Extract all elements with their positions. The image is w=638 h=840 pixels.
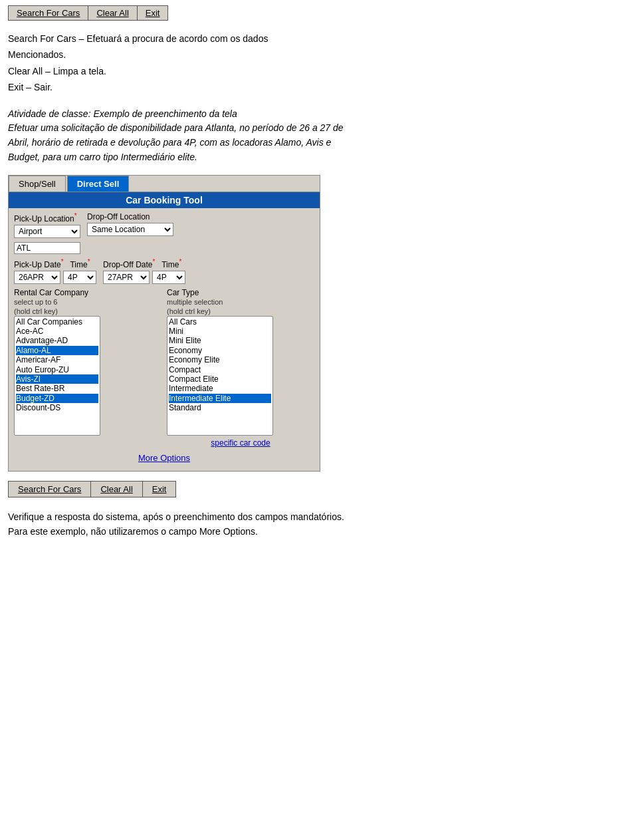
list-section: Rental Car Company select up to 6 (hold … bbox=[14, 288, 314, 447]
footer-line1: Verifique a resposta do sistema, após o … bbox=[8, 509, 630, 524]
tab-shop-sell[interactable]: Shop/Sell bbox=[9, 176, 66, 192]
footer-line2: Para este exemplo, não utilizaremos o ca… bbox=[8, 524, 630, 539]
exit-button[interactable]: Exit bbox=[137, 5, 169, 21]
activity-title: Atividade de classe: Exemplo de preenchi… bbox=[8, 107, 630, 122]
cartype-mini-elite: Mini Elite bbox=[169, 336, 271, 345]
company-budget: Budget-ZD bbox=[16, 394, 98, 403]
pickup-location-dropdown[interactable]: Airport bbox=[14, 225, 80, 238]
rental-company-sublabel2: (hold ctrl key) bbox=[14, 307, 161, 316]
location-row: Pick-Up Location* Airport Drop-Off Locat… bbox=[14, 212, 314, 238]
more-options-container: More Options bbox=[14, 453, 314, 463]
dropoff-location-label: Drop-Off Location bbox=[87, 212, 173, 221]
cartype-economy: Economy bbox=[169, 346, 271, 355]
cartype-mini: Mini bbox=[169, 327, 271, 336]
activity-line1: Efetuar uma solicitação de disponibilida… bbox=[8, 121, 630, 136]
booking-tool: Shop/Sell Direct Sell Car Booking Tool P… bbox=[8, 175, 320, 471]
booking-title: Car Booking Tool bbox=[9, 192, 320, 208]
company-autoeurop: Auto Europ-ZU bbox=[16, 365, 98, 374]
pickup-datetime-col: Pick-Up Date* Time* 26APR 4P bbox=[14, 258, 96, 284]
tab-direct-sell[interactable]: Direct Sell bbox=[67, 176, 130, 192]
tab-bar: Shop/Sell Direct Sell bbox=[9, 176, 320, 192]
cartype-compact-elite: Compact Elite bbox=[169, 374, 271, 384]
atl-row bbox=[14, 242, 314, 254]
dropoff-date-label: Drop-Off Date* Time* bbox=[103, 258, 185, 269]
company-advantage: Advantage-AD bbox=[16, 336, 98, 345]
cartype-standard: Standard bbox=[169, 403, 271, 412]
company-alamo: Alamo-AL bbox=[16, 346, 98, 355]
rental-company-sublabel1: select up to 6 bbox=[14, 298, 161, 307]
help-line1: Search For Cars – Efetuará a procura de … bbox=[8, 31, 630, 46]
pickup-date-label: Pick-Up Date* Time* bbox=[14, 258, 96, 269]
company-ace: Ace-AC bbox=[16, 327, 98, 336]
pickup-location-label: Pick-Up Location* bbox=[14, 212, 80, 223]
bottom-clear-button[interactable]: Clear All bbox=[90, 481, 142, 497]
pickup-date-dropdown[interactable]: 26APR bbox=[14, 271, 60, 284]
pickup-datetime-inputs: 26APR 4P bbox=[14, 271, 96, 284]
bottom-exit-button[interactable]: Exit bbox=[142, 481, 177, 497]
company-americar: Americar-AF bbox=[16, 355, 98, 364]
cartype-compact: Compact bbox=[169, 365, 271, 374]
rental-company-col: Rental Car Company select up to 6 (hold … bbox=[14, 288, 161, 447]
bottom-search-button[interactable]: Search For Cars bbox=[8, 481, 90, 497]
clear-all-button[interactable]: Clear All bbox=[88, 5, 136, 21]
cartype-all: All Cars bbox=[169, 317, 271, 327]
company-bestrate: Best Rate-BR bbox=[16, 384, 98, 393]
car-type-sublabel1: multiple selection bbox=[167, 298, 314, 307]
cartype-intermediate: Intermediate bbox=[169, 384, 271, 393]
bottom-toolbar: Search For Cars Clear All Exit bbox=[8, 481, 630, 497]
help-section: Search For Cars – Efetuará a procura de … bbox=[8, 31, 630, 95]
dropoff-location-col: Drop-Off Location Same Location bbox=[87, 212, 173, 236]
top-toolbar: Search For Cars Clear All Exit bbox=[8, 5, 630, 21]
help-line4: Exit – Sair. bbox=[8, 80, 630, 94]
activity-line2: Abril, horário de retirada e devolução p… bbox=[8, 136, 630, 150]
datetime-row: Pick-Up Date* Time* 26APR 4P Drop-Off Da… bbox=[14, 258, 314, 284]
car-type-label: Car Type bbox=[167, 288, 314, 297]
pickup-time-dropdown[interactable]: 4P bbox=[63, 271, 96, 284]
rental-company-label: Rental Car Company bbox=[14, 288, 161, 297]
company-avis: Avis-ZI bbox=[16, 374, 98, 384]
dropoff-datetime-col: Drop-Off Date* Time* 27APR 4P bbox=[103, 258, 185, 284]
cartype-intermediate-elite: Intermediate Elite bbox=[169, 394, 271, 403]
atl-input[interactable] bbox=[14, 242, 80, 254]
dropoff-location-dropdown[interactable]: Same Location bbox=[87, 223, 173, 236]
dropoff-date-dropdown[interactable]: 27APR bbox=[103, 271, 150, 284]
activity-line3: Budget, para um carro tipo Intermediário… bbox=[8, 150, 630, 165]
company-discount: Discount-DS bbox=[16, 403, 98, 412]
help-line3: Clear All – Limpa a tela. bbox=[8, 64, 630, 78]
company-all: All Car Companies bbox=[16, 317, 98, 327]
rental-company-list[interactable]: All Car Companies Ace-AC Advantage-AD Al… bbox=[14, 316, 100, 436]
footer-section: Verifique a resposta do sistema, após o … bbox=[8, 509, 630, 539]
car-type-col: Car Type multiple selection (hold ctrl k… bbox=[167, 288, 314, 447]
cartype-economy-elite: Economy Elite bbox=[169, 355, 271, 364]
more-options-link[interactable]: More Options bbox=[14, 453, 314, 463]
car-type-sublabel2: (hold ctrl key) bbox=[167, 307, 314, 316]
specific-car-code-link[interactable]: specific car code bbox=[167, 438, 314, 448]
activity-section: Atividade de classe: Exemplo de preenchi… bbox=[8, 107, 630, 165]
form-body: Pick-Up Location* Airport Drop-Off Locat… bbox=[9, 208, 320, 470]
atl-col bbox=[14, 242, 80, 254]
dropoff-datetime-inputs: 27APR 4P bbox=[103, 271, 185, 284]
car-type-list[interactable]: All Cars Mini Mini Elite Economy Economy… bbox=[167, 316, 273, 436]
dropoff-time-dropdown[interactable]: 4P bbox=[152, 271, 185, 284]
pickup-location-col: Pick-Up Location* Airport bbox=[14, 212, 80, 238]
help-line2: Mencionados. bbox=[8, 47, 630, 62]
search-for-cars-button[interactable]: Search For Cars bbox=[8, 5, 88, 21]
